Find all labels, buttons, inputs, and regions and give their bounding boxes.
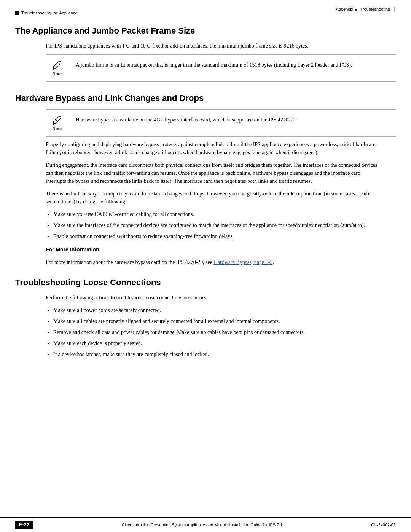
more-info-text-after: . — [272, 259, 274, 265]
section-heading-hardware-bypass: Hardware Bypass and Link Changes and Dro… — [15, 93, 396, 103]
note-bottom-rule-1 — [46, 81, 396, 82]
header-section: Troubleshooting — [360, 7, 390, 11]
footer-left: E-22 — [15, 521, 33, 529]
jumbo-frame-intro-para: For IPS standalone appliances with 1 G a… — [46, 42, 381, 50]
header-right: Appendix E Troubleshooting │ — [336, 7, 396, 11]
footer-center-text: Cisco Intrusion Prevention System Applia… — [122, 522, 283, 527]
hardware-bypass-note: 🖊 Note Hardware bypass is available on t… — [46, 115, 396, 131]
list-item: Make sure you use CAT 5e/6-certified cab… — [53, 210, 381, 218]
note-pencil-icon-1: 🖊 — [52, 60, 62, 71]
hardware-bypass-para-2: During engagement, the interface card di… — [46, 161, 381, 185]
note-divider-2 — [72, 115, 72, 131]
list-item: Make sure each device is properly seated… — [53, 339, 381, 347]
note-icon-col-1: 🖊 Note — [46, 60, 68, 76]
list-item: Remove and check all data and power cabl… — [53, 328, 381, 336]
header-separator: │ — [393, 7, 396, 11]
footer-center: Cisco Intrusion Prevention System Applia… — [33, 522, 371, 527]
loose-connections-intro: Perform the following actions to trouble… — [46, 294, 381, 302]
hardware-bypass-bullets: Make sure you use CAT 5e/6-certified cab… — [53, 210, 381, 240]
note-text-2: Hardware bypass is available on the 4GE … — [76, 115, 396, 124]
note-pencil-icon-2: 🖊 — [52, 115, 62, 126]
list-item: Make sure the interfaces of the connecte… — [53, 221, 381, 229]
footer-right: OL-24002-01 — [371, 522, 396, 527]
note-label-1: Note — [53, 72, 62, 76]
hardware-bypass-para-3: There is no built-in way to completely a… — [46, 190, 381, 206]
note-top-rule-1 — [46, 54, 396, 55]
more-info-heading: For More Information — [46, 246, 381, 254]
jumbo-frame-note-section: 🖊 Note A jumbo frame is an Ethernet pack… — [15, 54, 396, 82]
note-bottom-rule-2 — [46, 136, 396, 137]
footer-page-label: E-22 — [15, 521, 33, 529]
jumbo-frame-intro: For IPS standalone appliances with 1 G a… — [46, 42, 381, 50]
section-heading-jumbo-frame: The Appliance and Jumbo Packet Frame Siz… — [15, 26, 396, 36]
list-item: If a device has latches, make sure they … — [53, 350, 381, 358]
list-item: Enable portfast on connected switchports… — [53, 232, 381, 240]
page-header: Troubleshooting the Appliance Appendix E… — [0, 0, 411, 14]
page-container: Troubleshooting the Appliance Appendix E… — [0, 0, 411, 532]
loose-connections-bullets: Make sure all power cords are securely c… — [53, 306, 381, 358]
hardware-bypass-link[interactable]: Hardware Bypass, page 5-5 — [214, 259, 273, 265]
hardware-bypass-note-section: 🖊 Note Hardware bypass is available on t… — [15, 109, 396, 137]
section-heading-loose-connections: Troubleshooting Loose Connections — [15, 278, 396, 288]
header-square-icon — [15, 11, 19, 15]
note-label-2: Note — [53, 126, 62, 131]
hardware-bypass-para-1: Properly configuring and deploying hardw… — [46, 141, 381, 157]
footer-right-text: OL-24002-01 — [371, 522, 396, 527]
list-item: Make sure all cables are properly aligne… — [53, 317, 381, 325]
note-text-1: A jumbo frame is an Ethernet packet that… — [76, 60, 396, 69]
note-top-rule-2 — [46, 109, 396, 110]
hardware-bypass-content: Properly configuring and deploying hardw… — [46, 141, 381, 206]
list-item: Make sure all power cords are securely c… — [53, 306, 381, 314]
header-appendix: Appendix E — [336, 7, 357, 11]
note-icon-col-2: 🖊 Note — [46, 115, 68, 131]
page-footer: E-22 Cisco Intrusion Prevention System A… — [0, 517, 411, 532]
more-info-para: For more information about the hardware … — [46, 258, 381, 266]
note-divider-1 — [72, 60, 72, 76]
more-info-text-before: For more information about the hardware … — [46, 259, 214, 265]
jumbo-frame-note: 🖊 Note A jumbo frame is an Ethernet pack… — [46, 60, 396, 76]
loose-connections-intro-para: Perform the following actions to trouble… — [46, 294, 381, 302]
content-area: The Appliance and Jumbo Packet Frame Siz… — [0, 14, 411, 517]
header-breadcrumb: Troubleshooting the Appliance — [21, 11, 78, 15]
more-info-block: For More Information For more informatio… — [46, 246, 381, 266]
header-left: Troubleshooting the Appliance — [15, 11, 78, 15]
